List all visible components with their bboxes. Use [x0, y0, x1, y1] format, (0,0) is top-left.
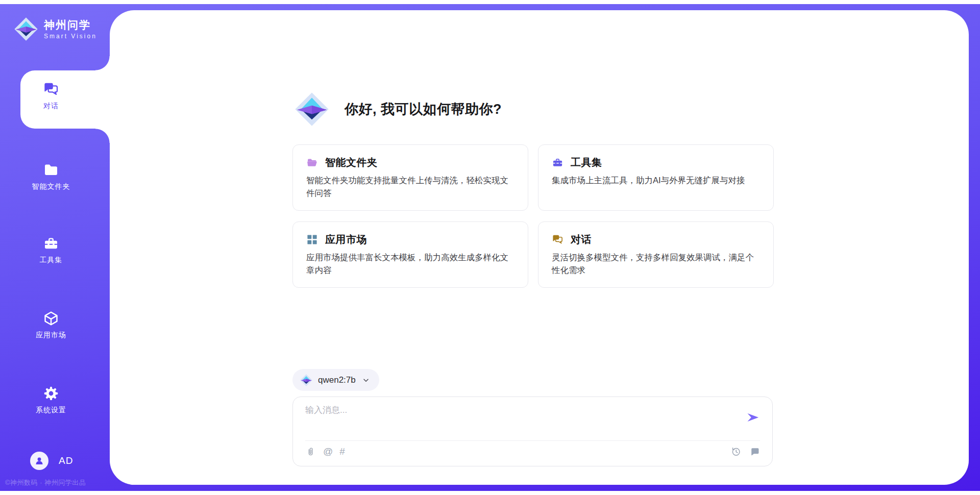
- active-tab-fillet-bottom: [95, 129, 110, 143]
- sidebar-item-app-market[interactable]: 应用市场: [0, 300, 102, 358]
- user-initials: AD: [59, 455, 73, 466]
- app-background: 神州问学 Smart Vision 对话 智能文件夹: [0, 4, 980, 491]
- mention-icon[interactable]: @: [323, 446, 333, 457]
- sidebar-item-label: 系统设置: [36, 406, 66, 415]
- sidebar-item-label: 智能文件夹: [32, 182, 70, 191]
- card-title: 智能文件夹: [325, 156, 378, 169]
- copyright-footer: ©神州数码 · 神州问学出品: [5, 478, 110, 487]
- toolbox-icon: [552, 157, 564, 168]
- brand-gem-icon: [13, 16, 39, 42]
- card-chat[interactable]: 对话 灵活切换多模型文件，支持多样回复效果调试，满足个性化需求: [538, 221, 774, 288]
- toolbox-icon: [43, 235, 59, 252]
- message-input[interactable]: [305, 404, 734, 435]
- user-account[interactable]: AD: [30, 452, 73, 470]
- chat-icon: [552, 234, 564, 245]
- card-title: 工具集: [571, 156, 602, 169]
- model-selector[interactable]: qwen2:7b: [292, 369, 379, 391]
- assistant-gem-icon: [293, 91, 330, 128]
- card-description: 集成市场上主流工具，助力AI与外界无缝扩展与对接: [552, 174, 760, 187]
- card-title: 应用市场: [325, 233, 367, 246]
- greeting: 你好, 我可以如何帮助你?: [293, 91, 502, 128]
- composer-divider: [305, 440, 760, 441]
- gear-icon: [43, 385, 59, 402]
- attachment-icon[interactable]: [305, 446, 316, 457]
- folder-icon: [43, 162, 59, 178]
- card-description: 智能文件夹功能支持批量文件上传与清洗，轻松实现文件问答: [306, 174, 514, 200]
- sidebar-item-label: 对话: [43, 102, 59, 111]
- card-description: 应用市场提供丰富长文本模板，助力高效生成多样化文章内容: [306, 251, 514, 277]
- chat-icon: [43, 81, 59, 97]
- person-icon: [34, 455, 45, 466]
- message-composer: @ #: [292, 397, 773, 466]
- active-tab-fillet-top: [95, 56, 110, 70]
- feedback-bubble-icon[interactable]: [749, 446, 760, 457]
- sidebar-item-chat[interactable]: 对话: [0, 70, 102, 129]
- card-toolset[interactable]: 工具集 集成市场上主流工具，助力AI与外界无缝扩展与对接: [538, 144, 774, 211]
- grid-cube-icon: [306, 234, 318, 245]
- model-name: qwen2:7b: [318, 375, 356, 385]
- brand-subtitle: Smart Vision: [44, 33, 97, 40]
- cube-icon: [43, 310, 59, 327]
- model-gem-icon: [300, 374, 313, 387]
- card-description: 灵活切换多模型文件，支持多样回复效果调试，满足个性化需求: [552, 251, 760, 277]
- feature-cards: 智能文件夹 智能文件夹功能支持批量文件上传与清洗，轻松实现文件问答 工具集 集成…: [292, 144, 774, 288]
- sidebar-item-toolset[interactable]: 工具集: [0, 225, 102, 283]
- avatar: [30, 452, 48, 470]
- sidebar-item-label: 应用市场: [36, 331, 66, 340]
- chevron-down-icon: [362, 376, 370, 384]
- card-app-market[interactable]: 应用市场 应用市场提供丰富长文本模板，助力高效生成多样化文章内容: [292, 221, 528, 288]
- sidebar-item-label: 工具集: [40, 256, 63, 265]
- card-smart-folder[interactable]: 智能文件夹 智能文件夹功能支持批量文件上传与清洗，轻松实现文件问答: [292, 144, 528, 211]
- send-icon[interactable]: [746, 410, 760, 425]
- greeting-text: 你好, 我可以如何帮助你?: [345, 100, 502, 118]
- brand-name: 神州问学: [44, 18, 97, 31]
- hashtag-icon[interactable]: #: [339, 446, 345, 457]
- folder-open-icon: [306, 157, 318, 168]
- brand-logo[interactable]: 神州问学 Smart Vision: [13, 16, 97, 42]
- history-icon[interactable]: [730, 446, 742, 457]
- card-title: 对话: [571, 233, 592, 246]
- sidebar-item-settings[interactable]: 系统设置: [0, 375, 102, 433]
- sidebar-item-smart-folder[interactable]: 智能文件夹: [0, 151, 102, 209]
